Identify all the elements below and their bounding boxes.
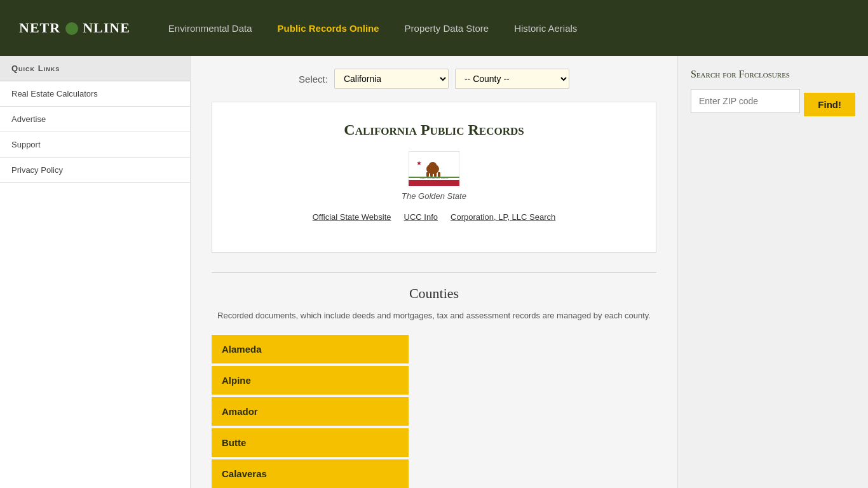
county-amador[interactable]: Amador xyxy=(212,397,409,426)
logo[interactable]: NETR NLINE xyxy=(19,20,130,36)
sidebar-item-real-estate[interactable]: Real Estate Calculators xyxy=(0,81,190,107)
quick-links-title: Quick Links xyxy=(0,56,190,81)
svg-rect-1 xyxy=(409,180,459,186)
sidebar-item-privacy[interactable]: Privacy Policy xyxy=(0,158,190,183)
county-alpine[interactable]: Alpine xyxy=(212,366,409,395)
county-select[interactable]: -- County -- Alameda Alpine Amador Butte… xyxy=(455,69,569,89)
official-state-website-link[interactable]: Official State Website xyxy=(313,212,391,222)
divider xyxy=(212,272,656,273)
flag-caption: The Golden State xyxy=(225,191,643,201)
zip-input[interactable] xyxy=(691,89,800,113)
nav-environmental-data[interactable]: Environmental Data xyxy=(168,23,252,34)
page-title: California Public Records xyxy=(225,121,643,139)
main-content: Select: California Alabama Alaska Arizon… xyxy=(191,56,677,488)
county-list: Alameda Alpine Amador Butte Calaveras xyxy=(212,335,656,488)
nav-property-data-store[interactable]: Property Data Store xyxy=(405,23,489,34)
county-alameda[interactable]: Alameda xyxy=(212,335,409,363)
left-sidebar: Quick Links Real Estate Calculators Adve… xyxy=(0,56,191,488)
svg-text:★: ★ xyxy=(416,159,422,166)
page-body: Quick Links Real Estate Calculators Adve… xyxy=(0,56,868,488)
state-flag: CALIFORNIA REPUBLIC ★ xyxy=(409,151,459,186)
counties-description: Recorded documents, which include deeds … xyxy=(212,309,656,322)
globe-icon xyxy=(65,22,78,35)
svg-rect-7 xyxy=(434,172,437,177)
svg-rect-8 xyxy=(438,172,440,177)
foreclosure-title: Search for Forclosures xyxy=(691,69,855,80)
state-flag-container: CALIFORNIA REPUBLIC ★ The Golden State xyxy=(225,151,643,201)
ucc-info-link[interactable]: UCC Info xyxy=(404,212,438,222)
header: NETR NLINE Environmental Data Public Rec… xyxy=(0,0,868,56)
counties-heading: Counties xyxy=(212,285,656,302)
state-links: Official State Website UCC Info Corporat… xyxy=(225,212,643,222)
select-label: Select: xyxy=(299,74,328,85)
sidebar-item-support[interactable]: Support xyxy=(0,132,190,158)
state-select[interactable]: California Alabama Alaska Arizona Arkans… xyxy=(334,69,449,89)
find-button[interactable]: Find! xyxy=(804,93,855,116)
main-nav: Environmental Data Public Records Online… xyxy=(168,23,578,34)
svg-point-4 xyxy=(429,162,437,168)
right-sidebar: Search for Forclosures Find! xyxy=(677,56,868,488)
content-panel: California Public Records CALIFORNIA REP… xyxy=(212,102,656,253)
sidebar-item-advertise[interactable]: Advertise xyxy=(0,107,190,132)
corporation-search-link[interactable]: Corporation, LP, LLC Search xyxy=(451,212,555,222)
nav-historic-aerials[interactable]: Historic Aerials xyxy=(514,23,577,34)
select-bar: Select: California Alabama Alaska Arizon… xyxy=(210,69,658,89)
county-calaveras[interactable]: Calaveras xyxy=(212,459,409,488)
county-butte[interactable]: Butte xyxy=(212,428,409,457)
svg-rect-10 xyxy=(409,177,459,178)
counties-section: Counties Recorded documents, which inclu… xyxy=(212,253,656,488)
zip-row: Find! xyxy=(691,89,855,119)
nav-public-records[interactable]: Public Records Online xyxy=(278,23,379,34)
svg-rect-5 xyxy=(426,172,429,177)
svg-rect-6 xyxy=(430,172,433,177)
